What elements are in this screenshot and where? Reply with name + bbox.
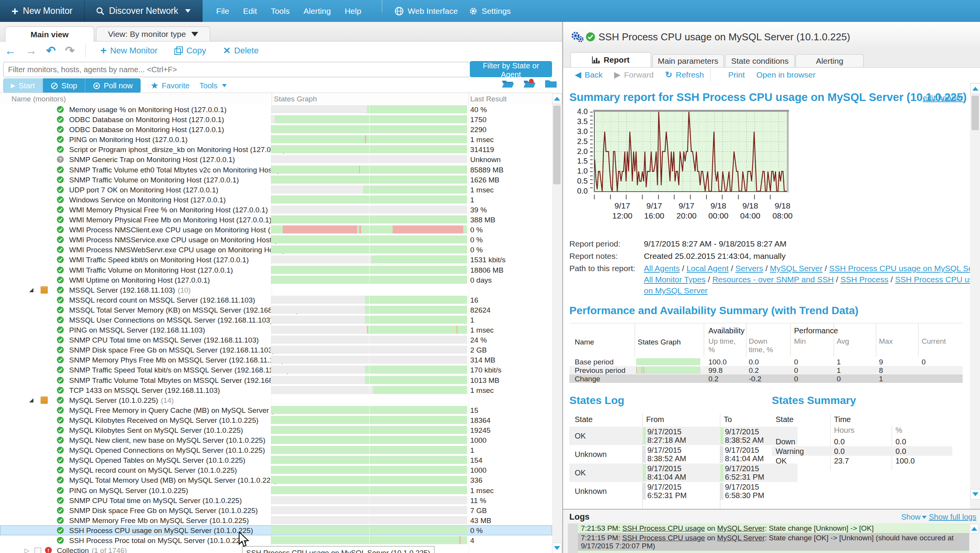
path-link[interactable]: Servers xyxy=(735,264,763,273)
path-link[interactable]: Local Agent xyxy=(686,264,729,273)
path-link[interactable]: SSH Process CPU usage on MySQL Server xyxy=(829,264,970,273)
monitor-row[interactable]: SSH Process CPU usage on MySQL Server (1… xyxy=(0,525,552,535)
monitor-row[interactable]: MySQL Kilobytes Received on MySQL Server… xyxy=(0,415,552,425)
monitor-row[interactable]: Script or Program iphost_dirsize_kb on M… xyxy=(0,144,552,154)
monitor-row[interactable]: ODBC Database on Monitoring Host (127.0.… xyxy=(0,124,552,134)
group-row[interactable]: MSSQL Server (192.168.11.103)(10) xyxy=(0,285,552,295)
open-in-browser-button[interactable]: Open in browser xyxy=(756,70,816,79)
back-button[interactable]: ◀Back xyxy=(575,70,603,80)
monitor-row[interactable]: MSSQL record count on MSSQL Server (192.… xyxy=(0,295,552,305)
monitor-row[interactable]: SSH Process Proc total on MySQL Server (… xyxy=(0,535,552,545)
discover-network-button[interactable]: Discover Network xyxy=(85,0,202,22)
log-monitor-link[interactable]: SSH Process CPU usage xyxy=(622,524,705,532)
column-last-result[interactable]: Last Result xyxy=(470,95,507,103)
menu-edit[interactable]: Edit xyxy=(238,4,262,18)
monitor-row[interactable]: SNMP Memory Free Mb on MySQL Server (10.… xyxy=(0,515,552,525)
monitor-row[interactable]: PING on MySQL Server (10.1.0.225)1 msec xyxy=(0,485,552,495)
group-row[interactable]: MySQL Server (10.1.0.225)(14) xyxy=(0,395,552,405)
monitor-row[interactable]: WMI Uptime on Monitoring Host (127.0.0.1… xyxy=(0,275,552,285)
monitor-row[interactable]: WMI Traffic Volume on Monitoring Host (1… xyxy=(0,265,552,275)
toolbar-new-monitor-button[interactable]: + New Monitor xyxy=(100,45,158,57)
filter-by-state-button[interactable]: Filter by State or Agent xyxy=(470,61,552,77)
monitor-row[interactable]: TCP 1433 on MSSQL Server (192.168.11.103… xyxy=(0,385,552,395)
forward-arrow-icon[interactable]: → xyxy=(25,45,37,56)
back-arrow-icon[interactable]: ← xyxy=(5,45,16,56)
monitor-row[interactable]: MySQL Free Memory in Query Cache (MB) on… xyxy=(0,405,552,415)
monitor-row[interactable]: SNMP Traffic Volume Total Mbytes on MSSQ… xyxy=(0,375,552,385)
checkbox[interactable] xyxy=(35,548,41,553)
column-name-monitors[interactable]: Name (monitors) xyxy=(12,95,66,103)
favorite-button[interactable]: ★ Favorite xyxy=(151,80,190,91)
menu-alerting[interactable]: Alerting xyxy=(298,4,336,18)
new-monitor-button[interactable]: + New Monitor xyxy=(0,0,85,22)
scroll-up-button[interactable] xyxy=(970,524,979,534)
scrollbar-thumb[interactable] xyxy=(972,96,979,130)
log-monitor-link[interactable]: SSH Process CPU usage xyxy=(622,534,705,542)
show-full-logs-link[interactable]: Show full logs xyxy=(929,513,976,522)
logs-show-button[interactable]: Show xyxy=(901,513,927,522)
copy-button[interactable]: Copy xyxy=(174,46,206,56)
print-button[interactable]: Print xyxy=(728,70,745,79)
expand-triangle-icon[interactable] xyxy=(29,398,33,402)
tools-button[interactable]: Tools xyxy=(199,81,227,90)
monitor-row[interactable]: WMI Process NMSWebServr.exe CPU usage on… xyxy=(0,245,552,255)
path-link[interactable]: Resources - over SNMP and SSH xyxy=(712,275,834,284)
scroll-down-button[interactable] xyxy=(970,489,980,500)
settings-button[interactable]: Settings xyxy=(463,0,516,22)
path-link[interactable]: on MySQL Server xyxy=(644,286,708,295)
edit-header-link[interactable]: edit header xyxy=(923,93,963,103)
delete-button[interactable]: ✕ Delete xyxy=(223,45,259,56)
expand-triangle-icon[interactable] xyxy=(29,288,33,292)
menu-help[interactable]: Help xyxy=(339,4,366,18)
monitor-row[interactable]: SNMP Traffic Speed Total kbit/s on MSSQL… xyxy=(0,365,552,375)
monitor-row[interactable]: Memory usage % on Monitoring Host (127.0… xyxy=(0,104,552,114)
stop-button[interactable]: Stop xyxy=(43,78,85,93)
report-scrollbar[interactable] xyxy=(970,83,980,509)
path-link[interactable]: SSH Process CPU usage xyxy=(895,275,970,284)
monitor-row[interactable]: ODBC Database on Monitoring Host (127.0.… xyxy=(0,114,552,124)
folder-alert-icon[interactable] xyxy=(523,78,536,88)
path-link[interactable]: All Monitor Types xyxy=(644,275,706,284)
log-host-link[interactable]: MySQL Server xyxy=(717,534,765,542)
monitor-row[interactable]: WMI Memory Physical Free % on Monitoring… xyxy=(0,205,552,215)
scroll-down-button[interactable] xyxy=(552,543,562,553)
path-link[interactable]: SSH Process xyxy=(841,275,889,284)
start-button[interactable]: ▶ Start xyxy=(3,78,43,93)
scrollbar-thumb[interactable] xyxy=(553,106,560,184)
monitor-row[interactable]: ?SNMP Generic Trap on Monitoring Host (1… xyxy=(0,154,552,164)
tab-alerting[interactable]: Alerting xyxy=(796,54,864,67)
poll-now-button[interactable]: Poll now xyxy=(85,78,141,93)
monitor-row[interactable]: SNMP Memory Phys Free Mb on MSSQL Server… xyxy=(0,355,552,365)
monitor-row[interactable]: WMI Traffic Speed kbit/s on Monitoring H… xyxy=(0,255,552,265)
tab-main-view[interactable]: Main view xyxy=(5,26,94,42)
monitor-row[interactable]: MySQL record count on MySQL Server (10.1… xyxy=(0,465,552,475)
collapsed-triangle-icon[interactable]: ▷ xyxy=(25,547,29,553)
monitor-row[interactable]: SNMP CPU Total time on MySQL Server (10.… xyxy=(0,495,552,505)
log-host-link[interactable]: MySQL Server xyxy=(717,524,765,532)
column-states-graph[interactable]: States Graph xyxy=(274,95,317,103)
undo-arrow-icon[interactable]: ↶ xyxy=(46,45,56,56)
tab-state-conditions[interactable]: State conditions xyxy=(725,54,795,67)
monitor-row[interactable]: SNMP CPU Total time on MSSQL Server (192… xyxy=(0,335,552,345)
monitor-row[interactable]: MySQL Total Memory Used (MB) on MySQL Se… xyxy=(0,475,552,485)
monitor-row[interactable]: MSSQL User Connections on MSSQL Server (… xyxy=(0,315,552,325)
open-folder-icon[interactable] xyxy=(501,78,514,88)
path-link[interactable]: All Agents xyxy=(644,264,680,273)
scroll-up-button[interactable] xyxy=(970,83,980,94)
redo-arrow-icon[interactable]: ↷ xyxy=(65,45,75,56)
log-host-link[interactable]: MySQL Server xyxy=(717,551,765,553)
menu-file[interactable]: File xyxy=(211,4,235,18)
monitor-row[interactable]: MySQL Opened Tables on MySQL Server (10.… xyxy=(0,455,552,465)
monitor-row[interactable]: SNMP Traffic Volume eth0 Total Mbytes v2… xyxy=(0,165,552,175)
filter-input[interactable] xyxy=(3,62,470,77)
refresh-button[interactable]: ↻Refresh xyxy=(665,70,704,80)
forward-button[interactable]: ▶Forward xyxy=(614,70,654,80)
tab-report[interactable]: Report xyxy=(570,52,651,67)
monitor-row[interactable]: SNMP Disk space Free Gb on MSSQL Server … xyxy=(0,345,552,355)
monitor-row[interactable]: MySQL New client, new base on MySQL Serv… xyxy=(0,435,552,445)
scroll-up-button[interactable] xyxy=(552,93,562,104)
tab-main-parameters[interactable]: Main parameters xyxy=(652,54,724,67)
list-column-header[interactable]: Name (monitors) States Graph Last Result xyxy=(0,93,552,105)
monitor-row[interactable]: MySQL Opened Connections on MySQL Server… xyxy=(0,445,552,455)
menu-tools[interactable]: Tools xyxy=(265,4,295,18)
